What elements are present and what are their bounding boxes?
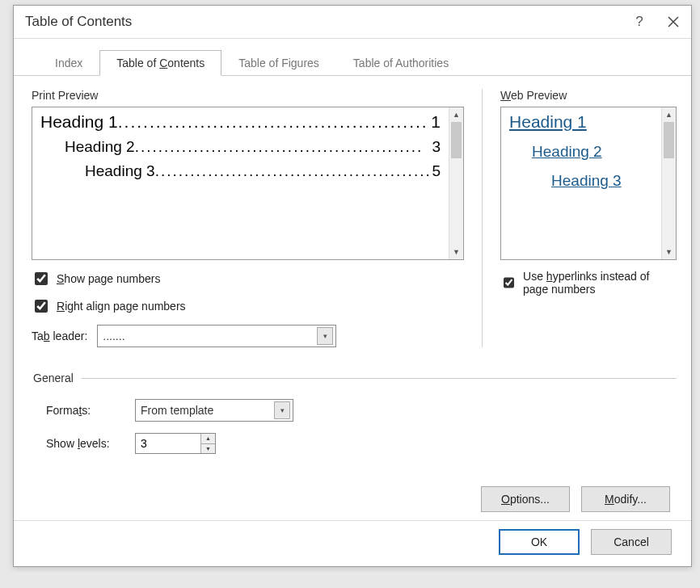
tab-leader-label: Tab leader: <box>32 330 87 342</box>
toc-leader: ........................................… <box>155 162 431 180</box>
scroll-down-icon[interactable]: ▼ <box>662 245 676 259</box>
use-hyperlinks-input[interactable] <box>504 276 514 289</box>
web-preview-content: Heading 1 Heading 2 Heading 3 <box>501 107 661 259</box>
dialog-footer: OK Cancel <box>14 521 691 566</box>
print-preview-column: Print Preview Heading 1 ................… <box>32 89 464 347</box>
print-preview-box: Heading 1 ..............................… <box>32 107 464 260</box>
toc-entry: Heading 1 ..............................… <box>40 112 441 132</box>
toc-leader: ........................................… <box>118 112 430 132</box>
toc-entry: Heading 2 ..............................… <box>40 138 441 156</box>
chevron-down-icon[interactable]: ▾ <box>317 327 333 345</box>
print-preview-content: Heading 1 ..............................… <box>32 107 449 259</box>
show-levels-value[interactable]: 3 <box>136 434 200 453</box>
column-separator <box>482 89 483 347</box>
toc-page: 5 <box>430 162 441 180</box>
show-levels-row: Show levels: 3 ▲ ▼ <box>32 433 677 454</box>
web-preview-scrollbar[interactable]: ▲ ▼ <box>661 107 676 259</box>
web-preview-box: Heading 1 Heading 2 Heading 3 ▲ ▼ <box>500 107 677 260</box>
formats-label: Formats: <box>46 404 135 417</box>
toc-entry: Heading 3 ..............................… <box>40 162 441 180</box>
spinner-up-icon[interactable]: ▲ <box>201 434 215 444</box>
show-page-numbers-input[interactable] <box>35 272 48 285</box>
web-entry: Heading 3 <box>509 172 653 190</box>
web-link[interactable]: Heading 1 <box>509 112 587 131</box>
toc-text: Heading 1 <box>40 112 118 132</box>
tab-leader-row: Tab leader: ....... ▾ <box>32 325 464 347</box>
chevron-down-icon[interactable]: ▾ <box>274 401 290 419</box>
show-levels-label: Show levels: <box>46 437 135 450</box>
tab-leader-value: ....... <box>103 330 317 342</box>
print-preview-scrollbar[interactable]: ▲ ▼ <box>449 107 463 259</box>
toc-leader: ........................................… <box>135 138 431 156</box>
options-button[interactable]: Options... <box>481 486 570 512</box>
spinner-down-icon[interactable]: ▼ <box>201 444 215 454</box>
tab-bar: Index Table of Contents Table of Figures… <box>14 39 691 76</box>
toc-page: 3 <box>430 138 441 156</box>
tab-table-of-contents[interactable]: Table of Contents <box>99 50 221 76</box>
right-align-checkbox[interactable]: Right align page numbers <box>32 297 464 315</box>
web-entry: Heading 2 <box>509 143 653 161</box>
toc-text: Heading 3 <box>85 162 155 180</box>
titlebar: Table of Contents ? <box>14 6 691 38</box>
close-icon[interactable] <box>664 12 683 32</box>
web-preview-label: Web Preview <box>500 89 677 102</box>
web-link[interactable]: Heading 2 <box>532 143 602 160</box>
cancel-button[interactable]: Cancel <box>591 529 672 555</box>
general-legend: General <box>32 372 82 384</box>
dialog-body: Print Preview Heading 1 ................… <box>14 76 691 520</box>
scroll-thumb[interactable] <box>451 122 462 158</box>
tab-leader-select[interactable]: ....... ▾ <box>97 325 336 347</box>
web-preview-column: Web Preview Heading 1 Heading 2 Heading … <box>500 89 677 347</box>
checkbox-label: Use hyperlinks instead of page numbers <box>523 270 677 296</box>
dialog-title: Table of Contents <box>25 14 630 30</box>
scroll-up-icon[interactable]: ▲ <box>662 107 676 122</box>
scroll-up-icon[interactable]: ▲ <box>449 107 463 122</box>
checkbox-label: Right align page numbers <box>57 300 186 313</box>
right-align-input[interactable] <box>35 300 48 313</box>
scroll-down-icon[interactable]: ▼ <box>449 245 463 259</box>
spinner-buttons: ▲ ▼ <box>200 434 215 453</box>
toc-text: Heading 2 <box>65 138 135 156</box>
help-icon[interactable]: ? <box>630 12 649 32</box>
tab-index[interactable]: Index <box>38 50 99 76</box>
formats-row: Formats: From template ▾ <box>32 399 677 422</box>
modify-button[interactable]: Modify... <box>581 486 670 512</box>
show-page-numbers-checkbox[interactable]: Show page numbers <box>32 270 464 288</box>
print-preview-label: Print Preview <box>32 89 464 102</box>
toc-page: 1 <box>429 112 441 132</box>
toc-dialog: Table of Contents ? Index Table of Conte… <box>13 5 692 567</box>
general-group: General Formats: From template ▾ Show le… <box>32 372 677 512</box>
web-entry: Heading 1 <box>509 112 653 132</box>
checkbox-label: Show page numbers <box>57 272 160 285</box>
columns: Print Preview Heading 1 ................… <box>32 89 677 347</box>
secondary-actions: Options... Modify... <box>32 486 677 512</box>
formats-select[interactable]: From template ▾ <box>135 399 293 422</box>
tab-table-of-authorities[interactable]: Table of Authorities <box>336 50 466 76</box>
ok-button[interactable]: OK <box>499 529 580 555</box>
titlebar-buttons: ? <box>630 12 683 32</box>
show-levels-spinner[interactable]: 3 ▲ ▼ <box>135 433 216 454</box>
use-hyperlinks-checkbox[interactable]: Use hyperlinks instead of page numbers <box>500 270 677 296</box>
tab-table-of-figures[interactable]: Table of Figures <box>221 50 336 76</box>
scroll-thumb[interactable] <box>664 122 674 158</box>
web-link[interactable]: Heading 3 <box>551 172 622 189</box>
scroll-track[interactable] <box>662 122 676 245</box>
formats-value: From template <box>141 404 274 417</box>
scroll-track[interactable] <box>449 122 463 245</box>
